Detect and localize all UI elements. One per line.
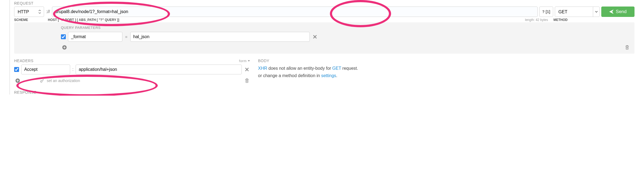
section-title-body: BODY <box>258 59 270 63</box>
chevron-down-icon <box>593 7 599 17</box>
headers-column: HEADERS form : <box>14 59 250 84</box>
caret-down-icon <box>248 60 250 62</box>
scheme-separator: :// <box>46 9 50 14</box>
add-param-button[interactable] <box>61 44 68 51</box>
remove-header-button[interactable] <box>244 66 250 72</box>
label-host: HOST [ ":" PORT ] [ ABS_PATH [ "?" QUERY… <box>48 18 119 22</box>
delete-all-headers-button[interactable] <box>244 77 250 84</box>
send-icon <box>609 10 614 14</box>
request-meta-row: SCHEME HOST [ ":" PORT ] [ ABS_PATH [ "?… <box>14 18 634 22</box>
header-enable-checkbox[interactable] <box>14 67 19 72</box>
request-row: HTTP :// ? [1] GET Se <box>14 7 634 17</box>
method-select[interactable]: GET <box>555 7 593 17</box>
remove-param-button[interactable] <box>312 34 318 40</box>
chevron-down-icon <box>38 10 41 14</box>
scheme-select[interactable]: HTTP <box>14 7 37 17</box>
close-icon <box>313 35 317 39</box>
equals-sign: = <box>125 35 128 39</box>
plus-circle-icon <box>62 45 67 50</box>
hint-button[interactable]: ? [1] <box>539 7 553 17</box>
url-input[interactable] <box>52 7 537 17</box>
label-length: length: 42 bytes <box>525 18 550 22</box>
header-row: : <box>14 65 250 74</box>
trash-icon <box>625 45 629 50</box>
method-link[interactable]: GET <box>332 66 341 71</box>
send-button[interactable]: Send <box>601 7 634 17</box>
header-key-input[interactable] <box>21 65 70 74</box>
header-value-input[interactable] <box>76 65 242 74</box>
label-method: METHOD <box>551 18 597 22</box>
colon-sign: : <box>72 67 73 72</box>
plus-circle-icon <box>15 78 20 83</box>
delete-all-params-button[interactable] <box>624 44 630 51</box>
send-label: Send <box>616 9 627 14</box>
query-param-enable-checkbox[interactable] <box>61 34 66 39</box>
set-authorization-link[interactable]: set an authorization <box>47 78 80 83</box>
body-message: XHR does not allow an entity-body for GE… <box>258 65 634 79</box>
label-scheme: SCHEME <box>14 18 46 22</box>
query-param-row: = <box>61 32 630 42</box>
close-icon <box>245 68 249 71</box>
settings-link[interactable]: settings <box>321 73 336 78</box>
trash-icon <box>245 78 249 83</box>
section-title-query-params: QUERY PARAMETERS <box>61 26 630 30</box>
query-param-value-input[interactable] <box>130 32 310 42</box>
add-header-button[interactable] <box>14 77 21 84</box>
method-select-wrap[interactable]: GET <box>555 7 600 17</box>
section-title-request: REQUEST <box>14 1 634 5</box>
query-params-panel: QUERY PARAMETERS = <box>14 22 634 54</box>
query-param-key-input[interactable] <box>68 32 122 42</box>
key-icon <box>40 79 44 83</box>
section-title-headers: HEADERS <box>14 59 33 63</box>
headers-mode-toggle[interactable]: form <box>239 59 250 63</box>
xhr-link[interactable]: XHR <box>258 66 267 71</box>
section-title-response: RESPONSE <box>14 90 634 95</box>
scheme-select-wrap[interactable]: HTTP <box>14 7 44 17</box>
body-column: BODY XHR does not allow an entity-body f… <box>258 59 634 84</box>
